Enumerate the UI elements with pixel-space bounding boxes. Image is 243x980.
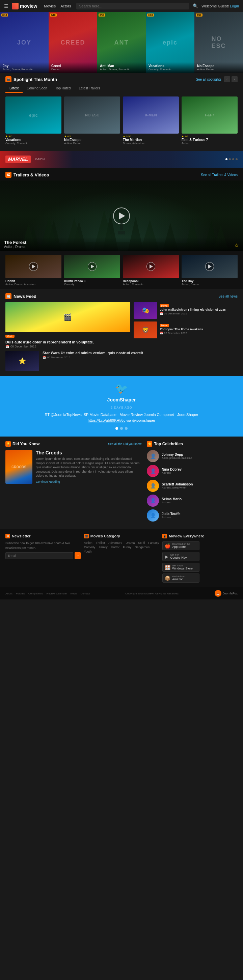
tab-coming-soon[interactable]: Coming Soon (22, 84, 51, 93)
calendar-icon: 📅 (5, 345, 9, 348)
twitter-time: 2 DAYS AGO (5, 406, 238, 409)
dot-4 (236, 158, 238, 160)
news-icon: 📰 (5, 293, 11, 299)
hero-title-3: Vacations (149, 64, 192, 68)
joomlafox-brand: 🦊 JoomlaFox (215, 590, 238, 597)
thumb-play-3[interactable] (205, 262, 214, 271)
trailer-thumb-2[interactable]: Deadpoool Action, Romantic (123, 255, 179, 286)
tweet-link[interactable]: https://t.co/ub89KHt/6c (88, 418, 125, 422)
spotlight-card-1[interactable]: NO ESC ★ 8/5 No Escape Action, Drama (64, 97, 120, 146)
next-arrow[interactable]: › (232, 76, 238, 82)
newsletter-email[interactable] (5, 552, 73, 559)
header-right: 🔍 Welcome Guest! Login (193, 3, 239, 8)
news-small-card-0[interactable]: 🎭 Movie John Malkovich on Filming His Vi… (134, 302, 238, 319)
windows-badge[interactable]: 🪟 Get it from Windows Store (162, 563, 200, 572)
news-bottom-card[interactable]: ⭐ Star Wars Ut enim ad minim veniam, qui… (5, 351, 238, 371)
footer-review-cal[interactable]: Review Calendar (46, 592, 67, 595)
thumb-play-0[interactable] (29, 262, 38, 271)
celebrity-item-4[interactable]: 👤 Julia Touffe Actress (147, 509, 238, 522)
celeb-role-4: Actress (161, 516, 180, 519)
news-bottom-img: ⭐ (5, 351, 39, 371)
category-comedy[interactable]: Comedy (84, 546, 96, 549)
video-info: The Forest Action, Drama ☆ (0, 237, 243, 251)
hero-card-4[interactable]: NOESC 8/10 No Escape Action, Drama (194, 12, 243, 73)
hero-genre-2: Action, Drama, Romantic (100, 68, 143, 71)
calendar-icon-bottom: 📅 (43, 356, 46, 359)
amazon-badge[interactable]: 📦 Available on Amazon (162, 573, 200, 582)
search-icon[interactable]: 🔍 (193, 3, 198, 8)
twitter-brand: JoomShaper (5, 397, 238, 402)
celebrity-item-0[interactable]: 👤 Johnny Depp Actor, producer, musician (147, 450, 238, 462)
category-funny[interactable]: Funny (123, 546, 131, 549)
tab-top-rated[interactable]: Top Rated (51, 84, 75, 93)
android-icon: ▶ (165, 554, 168, 559)
spotlight-card-2[interactable]: X-MEN ★ 10/5 The Martian Drama, Adventur… (123, 97, 179, 146)
category-adventure[interactable]: Adventure (108, 541, 122, 544)
marvel-banner[interactable]: MARVEL X-MEN (0, 151, 243, 168)
footer-compnews[interactable]: Comp News (28, 592, 43, 595)
tab-latest[interactable]: Latest (5, 84, 22, 93)
read-more-link[interactable]: Continue Reading (36, 480, 60, 484)
hero-card-2[interactable]: ANT 8/10 Anti Man Action, Drama, Romanti… (97, 12, 146, 73)
search-input[interactable] (76, 3, 189, 10)
see-all-spotlights[interactable]: See all spotlights (196, 78, 221, 81)
spotlight-card-0[interactable]: epic ★ 8/5 Vacations Comedy, Romantic (5, 97, 61, 146)
footer-contact[interactable]: Contact (81, 592, 90, 595)
category-dangerous[interactable]: Dangerous (135, 546, 150, 549)
spotlight-card-3[interactable]: F&F7 ★ 9/3 Fast & Furious 7 Action (182, 97, 238, 146)
newsletter-submit[interactable]: > (75, 552, 80, 559)
favorite-icon[interactable]: ☆ (234, 242, 239, 249)
see-all-dyk[interactable]: See all the Did you know (108, 442, 141, 445)
google-play-badge[interactable]: ▶ Get it on Google Play (162, 552, 200, 561)
logo[interactable]: moview (12, 3, 37, 10)
footer-about[interactable]: About (5, 592, 13, 595)
news-right: 🎭 Movie John Malkovich on Filming His Vi… (134, 302, 238, 348)
thumb-play-2[interactable] (147, 262, 155, 271)
twitter-dot-2 (120, 427, 123, 430)
trailer-thumb-1[interactable]: Kunfu Panda 3 Comedy (64, 255, 120, 286)
nav-movies[interactable]: Movies (44, 4, 56, 8)
spotlight-icon: 🎬 (5, 76, 11, 82)
celebrity-item-3[interactable]: 👤 Selma Mario Actress (147, 495, 238, 507)
category-drama[interactable]: Drama (126, 541, 135, 544)
menu-icon[interactable]: ☰ (4, 3, 8, 9)
trailer-thumb-3[interactable]: The Boy Action, Drama (182, 255, 238, 286)
thumb-play-1[interactable] (88, 262, 96, 271)
dyk-title: Did You Know (13, 442, 40, 446)
celebrity-item-2[interactable]: 👤 Scarlett Johansson Actress, Song Write… (147, 480, 238, 492)
category-youth[interactable]: Youth (84, 550, 92, 553)
news-big-card[interactable]: 🎬 Movie Duis aute irure dolor in reprehe… (5, 302, 130, 348)
category-horror[interactable]: Horror (111, 546, 120, 549)
category-icon: 🎥 (84, 534, 89, 538)
play-button[interactable] (113, 207, 130, 224)
see-all-news[interactable]: See all news (218, 294, 238, 298)
hero-card-0[interactable]: JOY 8/10 Joy Action, Drama, Romantic (0, 12, 49, 73)
croods-card[interactable]: CROODS The Croods Lorem ipsum dolor sit … (5, 450, 141, 484)
spotlight-rating-3: ★ 9/3 (182, 135, 238, 138)
see-all-trailers[interactable]: See all Trailers & Videos (201, 173, 238, 177)
spotlight-movie-title-2: The Martian (123, 138, 179, 142)
footer-news[interactable]: News (70, 592, 77, 595)
celeb-role-1: Actress (161, 471, 182, 474)
prev-arrow[interactable]: ‹ (224, 76, 230, 82)
news-small-card-1[interactable]: 🦁 Movie Zootopia: The Force Awakens 📅 06… (134, 321, 238, 338)
hero-card-1[interactable]: CREED 9/10 Creed Drama (49, 12, 97, 73)
celeb-name-3: Selma Mario (161, 497, 182, 501)
category-thriller[interactable]: Thriller (96, 541, 105, 544)
app-store-badge[interactable]: 🍎 Download on the App Store (162, 541, 200, 550)
category-fantasy[interactable]: Fantasy (148, 541, 159, 544)
trailer-thumb-0[interactable]: Hobbit Action, Drama, Adventure (5, 255, 61, 286)
hero-card-3[interactable]: epic 7/10 Vacations Comedy, Romantic (146, 12, 194, 73)
celebrity-item-1[interactable]: 👤 Nina Dobrev Actress (147, 465, 238, 477)
login-link[interactable]: Login (230, 4, 239, 8)
twitter-dot-3 (125, 427, 128, 430)
category-family[interactable]: Family (99, 546, 108, 549)
footer-forums[interactable]: Forums (16, 592, 25, 595)
nav-actors[interactable]: Actors (61, 4, 71, 8)
video-player[interactable]: The Forest Action, Drama ☆ (0, 180, 243, 251)
newsletter-form: > (5, 552, 81, 559)
rating-badge-3: 7/10 (147, 13, 154, 16)
tab-latest-trailers[interactable]: Latest Trailers (75, 84, 104, 93)
category-action[interactable]: Action (84, 541, 93, 544)
category-scifi[interactable]: Sci-fi (138, 541, 145, 544)
